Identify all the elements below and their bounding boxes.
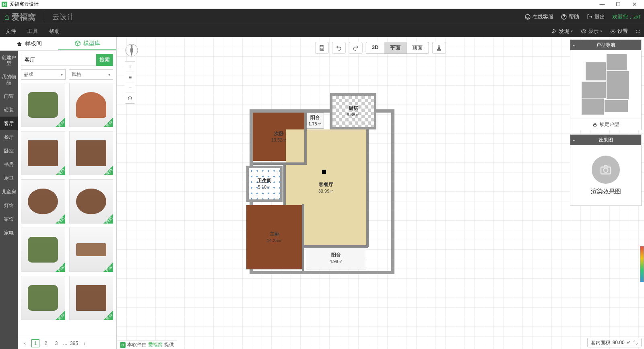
category-6[interactable]: 卧室 [0,144,18,158]
zoom-out-button[interactable]: − [125,82,135,93]
save-button[interactable] [315,42,329,54]
room-bathroom[interactable]: 卫生间5.10㎡ [246,166,283,202]
window-maximize-button[interactable]: ☐ [610,1,626,7]
app-title: 爱福窝云设计 [10,1,39,8]
category-8[interactable]: 厨卫 [0,171,18,185]
window-close-button[interactable]: ✕ [626,1,642,7]
category-nav: 创建户型我的物品门窗硬装客厅餐厅卧室书房厨卫儿童房灯饰家饰家电 [0,51,18,349]
model-card[interactable]: 商品 [69,131,114,175]
room-balcony-2[interactable]: 阳台4.98㎡ [306,247,366,269]
brand-sub: 云设计 [52,12,74,22]
measure-button[interactable] [432,42,446,54]
redo-icon [353,45,359,51]
svg-rect-9 [594,124,597,126]
view-toolbar: 3D 平面 顶面 [315,42,446,54]
help-link[interactable]: 帮助 [561,13,579,21]
brand-logo-icon: ⌂ [4,12,8,22]
gear-icon [610,29,616,34]
tab-library[interactable]: 模型库 [58,37,117,50]
category-0[interactable]: 创建户型 [0,51,18,70]
redo-button[interactable] [349,42,363,54]
pager-1[interactable]: 1 [31,339,39,347]
category-11[interactable]: 家饰 [0,212,18,226]
zoom-fit-button[interactable]: ⊙ [125,93,135,103]
view-3d[interactable]: 3D [366,42,385,53]
room-master-bedroom[interactable]: 主卧14.25㎡ [246,205,303,269]
room-balcony-1[interactable]: 阳台1.78㎡ [306,113,324,129]
category-5[interactable]: 餐厅 [0,130,18,144]
origin-marker [322,170,326,174]
category-1[interactable]: 我的物品 [0,70,18,89]
category-4[interactable]: 客厅 [0,117,18,130]
zoom-in-button[interactable]: + [125,62,135,72]
collapse-icon[interactable]: ▸ [573,138,575,142]
model-card[interactable]: 商品 [21,228,65,272]
fullscreen-button[interactable] [632,29,644,34]
menu-display[interactable]: 显示▾ [577,28,606,35]
collapse-icon[interactable]: ▸ [573,43,575,47]
filter-style[interactable]: 风格▾ [69,69,114,80]
render-button[interactable] [592,156,620,184]
compass-icon: N [124,43,139,58]
app-header: ⌂ 爱福窝 云设计 在线客服 帮助 退出 欢迎您，zxf [0,9,644,25]
pager-prev[interactable]: ‹ [21,339,29,347]
view-plan[interactable]: 平面 [384,42,407,53]
svg-text:N: N [130,44,132,48]
zoom-slider[interactable]: ≡ [125,72,135,82]
mini-map[interactable] [570,50,641,119]
model-card[interactable]: 商品 [69,179,114,224]
window-minimize-button[interactable]: — [594,1,610,7]
lock-floorplan-button[interactable]: 锁定户型 [570,119,641,130]
panel-render-title: 效果图 [599,137,613,144]
model-card[interactable]: 商品 [69,228,114,272]
floorplan[interactable]: 次卧10.52㎡ 阳台1.78㎡ 厨房6.68㎡ 卫生间5.10㎡ 客餐厅30.… [250,89,394,274]
search-button[interactable]: 搜索 [96,54,113,66]
pager-3[interactable]: 3 [52,339,60,347]
model-card[interactable]: 商品 [69,276,114,320]
view-top[interactable]: 顶面 [407,42,428,53]
menu-settings[interactable]: 设置 [606,28,632,35]
eye-icon [581,29,586,34]
pager-last[interactable]: 395 [70,339,78,347]
menu-file[interactable]: 文件 [0,28,22,35]
canvas[interactable]: 3D 平面 顶面 N + ≡ − ⊙ 次卧10.52㎡ 阳台1.78㎡ [117,37,644,349]
room-kitchen[interactable]: 厨房6.68㎡ [330,93,376,129]
stamp-icon [436,45,442,51]
svg-point-2 [564,18,564,18]
footer-area[interactable]: 套内面积 90.00 ㎡ [587,338,642,347]
brand-name: 爱福窝 [12,12,36,23]
panel-floorplan-nav: ▸户型导航 锁定户型 [570,39,642,130]
filter-brand[interactable]: 品牌▾ [21,69,66,80]
model-grid: 商品商品商品商品商品商品商品商品商品商品 [18,83,116,337]
svg-point-6 [438,46,440,47]
tab-template[interactable]: 样板间 [0,37,58,50]
svg-point-11 [604,168,608,172]
fullscreen-icon [636,29,640,34]
menu-tool[interactable]: 工具 [22,28,43,35]
svg-point-4 [612,31,614,32]
model-card[interactable]: 商品 [21,83,65,127]
logout-link[interactable]: 退出 [586,13,605,21]
model-card[interactable]: 商品 [21,131,65,175]
category-10[interactable]: 灯饰 [0,199,18,212]
menu-discover[interactable]: 发现▾ [547,28,577,35]
category-2[interactable]: 门窗 [0,89,18,103]
model-card[interactable]: 商品 [21,276,65,320]
pager-dots: … [63,341,68,346]
support-link[interactable]: 在线客服 [524,13,553,21]
footer-credit: H 本软件由 爱福窝 提供 [117,340,177,349]
render-label: 渲染效果图 [591,188,621,195]
model-card[interactable]: 商品 [69,83,114,127]
category-7[interactable]: 书房 [0,158,18,171]
category-9[interactable]: 儿童房 [0,185,18,199]
compass[interactable]: N [124,43,139,58]
menu-help[interactable]: 帮助 [43,28,65,35]
category-12[interactable]: 家电 [0,226,18,240]
category-3[interactable]: 硬装 [0,103,18,117]
panel-nav-title: 户型导航 [596,42,615,49]
pager-2[interactable]: 2 [42,339,50,347]
model-card[interactable]: 商品 [21,179,65,224]
undo-button[interactable] [332,42,346,54]
pager-next[interactable]: › [80,339,89,347]
search-input[interactable] [21,54,96,66]
